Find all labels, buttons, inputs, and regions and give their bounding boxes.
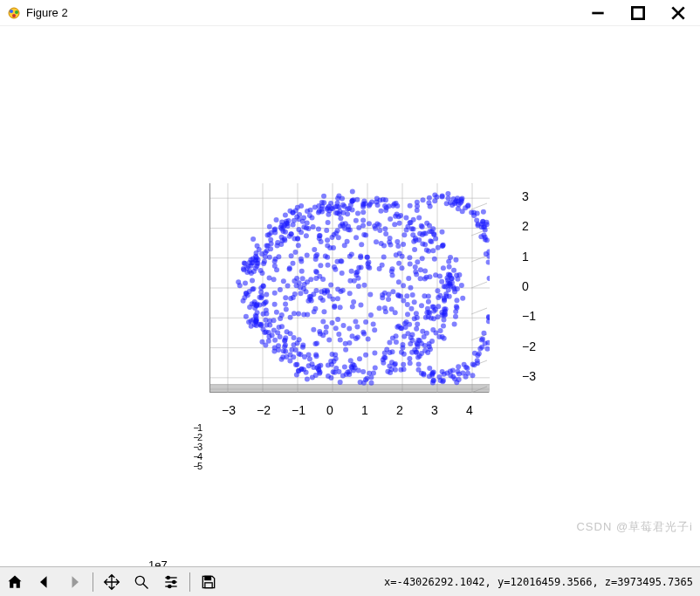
configure-subplots-button[interactable]: [159, 570, 183, 594]
toolbar-separator: [93, 572, 93, 592]
axes-3d[interactable]: −3−2−10123 −3−2−101234 −1 −2 −3 −4 −5: [209, 183, 524, 445]
pan-button[interactable]: [100, 570, 124, 594]
window-minimize-button[interactable]: [578, 0, 618, 26]
svg-point-2: [15, 10, 18, 14]
zoom-button[interactable]: [129, 570, 154, 594]
z-tick: 1: [522, 250, 529, 264]
home-button[interactable]: [3, 570, 27, 594]
svg-rect-5: [632, 7, 643, 18]
svg-point-23: [173, 580, 175, 583]
save-button[interactable]: [196, 570, 221, 594]
svg-rect-26: [205, 582, 212, 587]
x-tick: 1: [361, 403, 368, 417]
svg-point-3: [12, 14, 16, 17]
x-tick: −3: [222, 403, 236, 417]
x-tick: −2: [257, 403, 271, 417]
x-tick: 0: [326, 403, 333, 417]
z-tick: −2: [522, 339, 536, 353]
svg-point-24: [168, 585, 171, 587]
z-tick: 0: [522, 279, 529, 293]
z-tick: 3: [522, 189, 529, 203]
plot-box: [209, 183, 489, 393]
y-depth-tick-cluster: −1 −2 −3 −4 −5: [175, 423, 201, 471]
x-tick: 4: [466, 403, 473, 417]
z-tick: −1: [522, 309, 536, 323]
window-maximize-button[interactable]: [618, 0, 658, 26]
forward-button[interactable]: [62, 570, 86, 594]
watermark-text: CSDN @草莓君光子i: [576, 519, 693, 535]
cursor-coordinates: x=-43026292.1042, y=12016459.3566, z=397…: [223, 576, 700, 588]
toolbar-separator: [189, 572, 190, 592]
window-title: Figure 2: [26, 6, 578, 19]
window-close-button[interactable]: [658, 0, 698, 26]
svg-point-1: [10, 10, 13, 13]
svg-line-18: [143, 583, 148, 588]
svg-point-22: [167, 576, 169, 579]
window-titlebar: Figure 2: [0, 0, 700, 26]
scatter-canvas: [210, 183, 490, 393]
x-tick: 2: [396, 403, 403, 417]
z-tick: 2: [522, 219, 529, 233]
z-tick: −3: [522, 369, 536, 383]
figure-canvas[interactable]: −3−2−10123 −3−2−101234 −1 −2 −3 −4 −5 1e…: [0, 26, 700, 566]
back-button[interactable]: [32, 570, 57, 594]
svg-rect-25: [205, 576, 211, 579]
x-tick: 3: [431, 403, 438, 417]
app-icon: [7, 6, 21, 20]
navigation-toolbar: x=-43026292.1042, y=12016459.3566, z=397…: [0, 566, 700, 596]
x-tick: −1: [292, 403, 305, 417]
